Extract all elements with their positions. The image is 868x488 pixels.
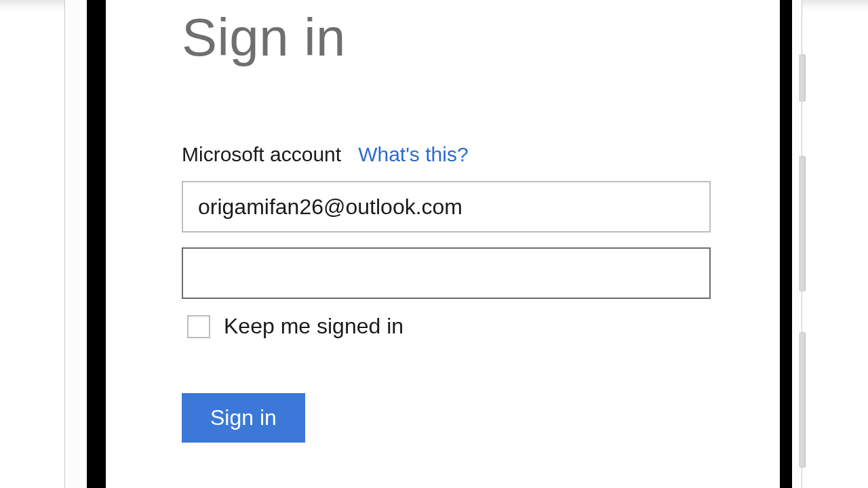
keep-signed-in-label: Keep me signed in [224, 314, 403, 339]
email-field[interactable] [182, 181, 711, 232]
signin-form: Sign in Microsoft account What's this? K… [182, 0, 711, 443]
device-side-button [799, 332, 806, 468]
keep-signed-in-checkbox[interactable]: Keep me signed in [182, 314, 403, 339]
password-field[interactable] [182, 247, 711, 299]
page-title: Sign in [182, 7, 711, 68]
device-side-button [799, 54, 806, 102]
whats-this-link[interactable]: What's this? [358, 143, 468, 165]
device-side-button [799, 156, 806, 291]
signin-button[interactable]: Sign in [182, 393, 305, 443]
checkbox-icon [187, 315, 210, 338]
account-label-row: Microsoft account What's this? [182, 143, 711, 166]
account-type-label: Microsoft account [182, 143, 341, 165]
